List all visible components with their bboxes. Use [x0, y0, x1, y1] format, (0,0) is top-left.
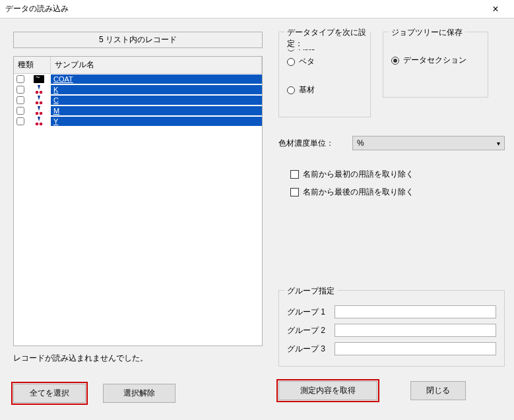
jobtree-group: ジョブツリーに保存 データセクション: [383, 32, 488, 98]
svg-point-11: [40, 123, 43, 126]
row-sample-name: K: [51, 85, 262, 94]
svg-marker-3: [38, 96, 40, 100]
colorant-icon: [27, 96, 51, 105]
row-sample-name: COAT: [51, 75, 262, 84]
close-icon[interactable]: ×: [482, 3, 509, 15]
svg-point-8: [40, 112, 43, 115]
svg-marker-9: [38, 117, 40, 121]
row-checkbox[interactable]: [14, 107, 27, 115]
svg-point-1: [36, 91, 39, 94]
radio-substrate-label: 基材: [299, 84, 315, 96]
svg-marker-6: [38, 106, 40, 111]
datatype-legend: データタイプを次に設定：: [284, 27, 370, 49]
radio-substrate[interactable]: 基材: [287, 84, 362, 96]
radio-beta[interactable]: ベタ: [287, 56, 362, 67]
svg-point-2: [40, 91, 43, 94]
group1-input[interactable]: [335, 305, 496, 318]
row-sample-name: M: [51, 106, 262, 115]
radio-data-section-label: データセクション: [403, 55, 466, 66]
close-button[interactable]: 閉じる: [410, 381, 466, 400]
get-measurements-button[interactable]: 測定内容を取得: [278, 381, 377, 400]
unit-combo-value: %: [357, 138, 364, 148]
jobtree-legend: ジョブツリーに保存: [389, 27, 465, 38]
radio-icon: [287, 86, 295, 94]
table-row[interactable]: COAT: [14, 74, 262, 84]
select-all-button[interactable]: 全てを選択: [13, 384, 86, 403]
checkbox-remove-first[interactable]: 名前から最初の用語を取り除く: [290, 169, 505, 180]
table-row[interactable]: K: [14, 84, 262, 95]
radio-beta-label: ベタ: [299, 56, 315, 67]
colorant-icon: [27, 106, 51, 115]
row-checkbox[interactable]: [14, 75, 27, 83]
unit-combo[interactable]: % ▾: [352, 136, 505, 150]
row-checkbox[interactable]: [14, 96, 27, 104]
wave-icon: [27, 75, 51, 83]
table-row[interactable]: Y: [14, 116, 262, 127]
checkbox-remove-last-label: 名前から最後の用語を取り除く: [303, 187, 414, 198]
table-row[interactable]: C: [14, 95, 262, 105]
group-spec-legend: グループ指定: [284, 285, 337, 297]
chevron-down-icon: ▾: [497, 140, 500, 147]
svg-point-5: [40, 102, 43, 105]
group1-label: グループ 1: [287, 307, 328, 318]
radio-icon: [287, 58, 295, 66]
svg-point-4: [36, 102, 39, 105]
window-title: データの読み込み: [5, 3, 482, 15]
checkbox-icon: [290, 170, 299, 179]
radio-icon: [391, 57, 399, 65]
col-header-type: 種類: [14, 57, 51, 73]
row-checkbox[interactable]: [14, 86, 27, 94]
colorant-icon: [27, 85, 51, 94]
list-record-count: 5 リスト内のレコード: [13, 32, 263, 48]
svg-marker-0: [38, 85, 40, 90]
status-message: レコードが読み込まれませんでした。: [13, 353, 263, 364]
checkbox-remove-first-label: 名前から最初の用語を取り除く: [303, 169, 414, 180]
group3-label: グループ 3: [287, 344, 328, 355]
deselect-button[interactable]: 選択解除: [103, 384, 176, 403]
table-row[interactable]: M: [14, 105, 262, 116]
row-sample-name: Y: [51, 117, 262, 126]
group2-input[interactable]: [335, 324, 496, 337]
row-sample-name: C: [51, 96, 262, 105]
group-spec-box: グループ指定 グループ 1 グループ 2 グループ 3: [278, 290, 505, 367]
svg-point-10: [36, 123, 39, 126]
titlebar: データの読み込み ×: [0, 0, 514, 18]
checkbox-icon: [290, 188, 299, 196]
colorant-icon: [27, 117, 51, 126]
datatype-group: データタイプを次に設定： Auto ベタ 基材: [278, 32, 371, 117]
record-table: 種類 サンプル名 COATKCMY: [13, 56, 263, 346]
svg-point-7: [36, 112, 39, 115]
group3-input[interactable]: [335, 342, 496, 355]
radio-data-section[interactable]: データセクション: [391, 55, 480, 66]
group2-label: グループ 2: [287, 325, 328, 336]
col-header-name: サンプル名: [51, 57, 262, 73]
row-checkbox[interactable]: [14, 117, 27, 125]
unit-label: 色材濃度単位：: [278, 138, 344, 149]
checkbox-remove-last[interactable]: 名前から最後の用語を取り除く: [290, 187, 505, 198]
